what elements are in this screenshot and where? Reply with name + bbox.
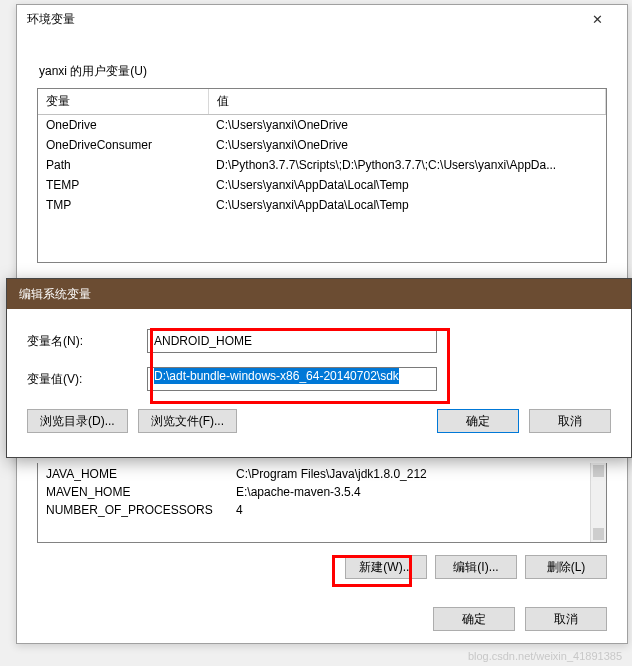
edit-body: 变量名(N): 变量值(V): D:\adt-bundle-windows-x8… [7,309,631,445]
cancel-button[interactable]: 取消 [525,607,607,631]
watermark: blog.csdn.net/weixin_41891385 [468,650,622,662]
edit-variable-dialog: 编辑系统变量 变量名(N): 变量值(V): D:\adt-bundle-win… [6,278,632,458]
var-name-label: 变量名(N): [27,333,147,350]
sys-buttons-row: 新建(W)... 编辑(I)... 删除(L) [37,555,607,579]
new-button[interactable]: 新建(W)... [345,555,427,579]
table-row[interactable]: TEMPC:\Users\yanxi\AppData\Local\Temp [38,175,606,195]
delete-button[interactable]: 删除(L) [525,555,607,579]
close-icon[interactable]: ✕ [577,12,617,27]
main-title: 环境变量 [27,11,577,28]
table-row[interactable]: PathD:\Python3.7.7\Scripts\;D:\Python3.7… [38,155,606,175]
edit-titlebar[interactable]: 编辑系统变量 [7,279,631,309]
col-name[interactable]: 变量 [38,89,208,115]
table-row[interactable]: OneDriveConsumerC:\Users\yanxi\OneDrive [38,135,606,155]
scrollbar[interactable] [590,463,606,542]
edit-button[interactable]: 编辑(I)... [435,555,517,579]
main-titlebar[interactable]: 环境变量 ✕ [17,5,627,33]
table-row[interactable]: NUMBER_OF_PROCESSORS4 [38,501,606,519]
table-row[interactable]: TMPC:\Users\yanxi\AppData\Local\Temp [38,195,606,215]
var-name-input[interactable] [147,329,437,353]
user-vars-table[interactable]: 变量 值 OneDriveC:\Users\yanxi\OneDrive One… [37,88,607,263]
ok-button[interactable]: 确定 [433,607,515,631]
edit-cancel-button[interactable]: 取消 [529,409,611,433]
browse-dir-button[interactable]: 浏览目录(D)... [27,409,128,433]
table-row[interactable]: OneDriveC:\Users\yanxi\OneDrive [38,115,606,136]
browse-file-button[interactable]: 浏览文件(F)... [138,409,237,433]
edit-title: 编辑系统变量 [19,286,91,303]
sys-vars-table[interactable]: JAVA_HOMEC:\Program Files\Java\jdk1.8.0_… [37,463,607,543]
main-footer: 确定 取消 [433,607,607,631]
var-value-label: 变量值(V): [27,371,147,388]
table-row[interactable]: MAVEN_HOMEE:\apache-maven-3.5.4 [38,483,606,501]
edit-ok-button[interactable]: 确定 [437,409,519,433]
user-vars-label: yanxi 的用户变量(U) [39,63,607,80]
col-value[interactable]: 值 [208,89,606,115]
var-value-input[interactable]: D:\adt-bundle-windows-x86_64-20140702\sd… [147,367,437,391]
table-row[interactable]: JAVA_HOMEC:\Program Files\Java\jdk1.8.0_… [38,465,606,483]
